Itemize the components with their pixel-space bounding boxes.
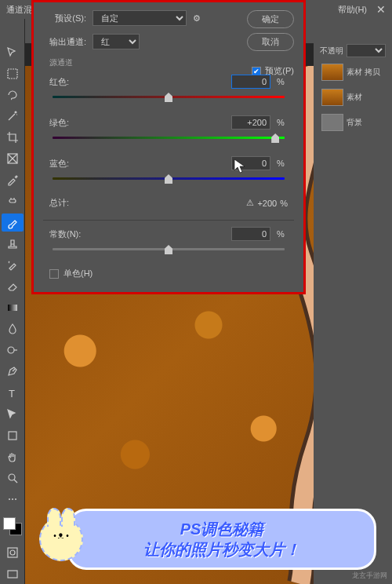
green-slider-group: 绿色: % xyxy=(43,115,294,142)
output-select[interactable]: 红 xyxy=(93,34,140,49)
svg-rect-3 xyxy=(8,305,17,311)
output-label: 输出通道: xyxy=(43,36,86,48)
path-tool-icon[interactable] xyxy=(2,405,24,423)
promo-banner: • ᴥ • PS调色秘籍 让你的照片秒变大片！ xyxy=(39,509,376,570)
svg-point-10 xyxy=(15,498,16,500)
red-label: 红色: xyxy=(49,76,81,88)
healing-tool-icon[interactable] xyxy=(2,192,24,210)
gear-icon[interactable]: ⚙ xyxy=(193,13,201,24)
cancel-button[interactable]: 取消 xyxy=(247,33,294,51)
gradient-tool-icon[interactable] xyxy=(2,299,24,317)
pct: % xyxy=(277,77,288,86)
divider xyxy=(43,220,294,221)
banner-line2: 让你的照片秒变大片！ xyxy=(82,539,361,560)
mono-checkbox[interactable] xyxy=(49,269,59,279)
move-tool-icon[interactable] xyxy=(2,43,24,61)
constant-slider[interactable] xyxy=(53,244,285,254)
layer-row[interactable]: 背景 xyxy=(320,112,386,133)
layer-name: 素材 拷贝 xyxy=(347,67,380,78)
quickmask-icon[interactable] xyxy=(2,544,24,562)
eraser-tool-icon[interactable] xyxy=(2,277,24,295)
pct: % xyxy=(277,118,288,127)
red-slider[interactable] xyxy=(53,92,285,101)
layer-name: 背景 xyxy=(347,117,362,128)
svg-point-9 xyxy=(12,498,13,500)
type-tool-icon[interactable]: T xyxy=(2,384,24,402)
blue-input[interactable] xyxy=(231,156,270,170)
screenmode-icon[interactable] xyxy=(2,565,24,583)
hand-tool-icon[interactable] xyxy=(2,447,24,465)
svg-point-7 xyxy=(9,474,15,480)
svg-point-4 xyxy=(8,347,14,353)
svg-rect-13 xyxy=(8,571,17,578)
warning-icon: ⚠ +200 % xyxy=(246,198,288,208)
green-label: 绿色: xyxy=(49,117,81,129)
blur-tool-icon[interactable] xyxy=(2,320,24,338)
red-slider-group: 红色: % xyxy=(43,75,294,101)
svg-rect-2 xyxy=(9,199,16,203)
crop-tool-icon[interactable] xyxy=(2,129,24,147)
menu-help[interactable]: 帮助(H) xyxy=(338,4,367,16)
layer-name: 素材 xyxy=(347,92,362,103)
shape-tool-icon[interactable] xyxy=(2,426,24,444)
ellipsis-icon[interactable] xyxy=(2,491,24,509)
frame-tool-icon[interactable] xyxy=(2,150,24,168)
color-swatch[interactable] xyxy=(3,517,22,535)
wand-tool-icon[interactable] xyxy=(2,107,24,125)
red-input[interactable] xyxy=(231,75,270,89)
blue-slider[interactable] xyxy=(53,173,285,183)
svg-rect-6 xyxy=(9,432,16,440)
constant-slider-group: 常数(N): % xyxy=(43,227,294,254)
banner-line1: PS调色秘籍 xyxy=(82,519,361,539)
green-input[interactable] xyxy=(231,115,270,130)
opacity-select[interactable] xyxy=(347,44,386,57)
opacity-label: 不透明 xyxy=(320,46,343,57)
layer-thumb-icon xyxy=(321,89,343,106)
blue-slider-group: 蓝色: % xyxy=(43,156,294,183)
layers-panel: 不透明 素材 拷贝 素材 背景 xyxy=(314,38,392,584)
svg-point-12 xyxy=(10,550,15,555)
speech-bubble: PS调色秘籍 让你的照片秒变大片！ xyxy=(67,509,376,570)
ok-button[interactable]: 确定 xyxy=(247,10,294,28)
brush-tool-icon[interactable] xyxy=(2,214,24,232)
green-slider[interactable] xyxy=(53,133,285,142)
svg-text:T: T xyxy=(9,388,15,400)
svg-rect-11 xyxy=(8,548,17,557)
blue-label: 蓝色: xyxy=(49,158,81,170)
preset-label: 预设(S): xyxy=(43,13,86,24)
pen-tool-icon[interactable] xyxy=(2,363,24,381)
marquee-tool-icon[interactable] xyxy=(2,64,24,82)
close-icon[interactable]: ✕ xyxy=(376,3,386,16)
pct: % xyxy=(277,229,288,239)
zoom-tool-icon[interactable] xyxy=(2,469,24,487)
tool-palette: T xyxy=(0,19,25,584)
pct: % xyxy=(277,159,288,168)
stamp-tool-icon[interactable] xyxy=(2,235,24,253)
layer-row[interactable]: 素材 拷贝 xyxy=(320,62,386,82)
layer-row[interactable]: 素材 xyxy=(320,87,386,108)
lasso-tool-icon[interactable] xyxy=(2,86,24,104)
bunny-icon: • ᴥ • xyxy=(39,517,83,561)
layer-thumb-icon xyxy=(321,64,343,81)
svg-rect-0 xyxy=(8,69,17,78)
total-label: 总计: xyxy=(49,197,81,209)
constant-label: 常数(N): xyxy=(49,228,93,240)
constant-input[interactable] xyxy=(231,227,270,241)
preset-select[interactable]: 自定 xyxy=(93,10,187,26)
eyedropper-tool-icon[interactable] xyxy=(2,171,24,189)
channel-mixer-dialog: 确定 取消 ✔ 预览(P) 预设(S): 自定 ⚙ 输出通道: 红 源通道 红色… xyxy=(31,0,306,294)
mono-label: 单色(H) xyxy=(64,268,93,279)
layer-thumb-icon xyxy=(321,114,343,131)
svg-point-8 xyxy=(9,498,10,500)
history-brush-icon[interactable] xyxy=(2,256,24,274)
watermark: 龙玄手游网 xyxy=(352,571,387,581)
dodge-tool-icon[interactable] xyxy=(2,341,24,360)
